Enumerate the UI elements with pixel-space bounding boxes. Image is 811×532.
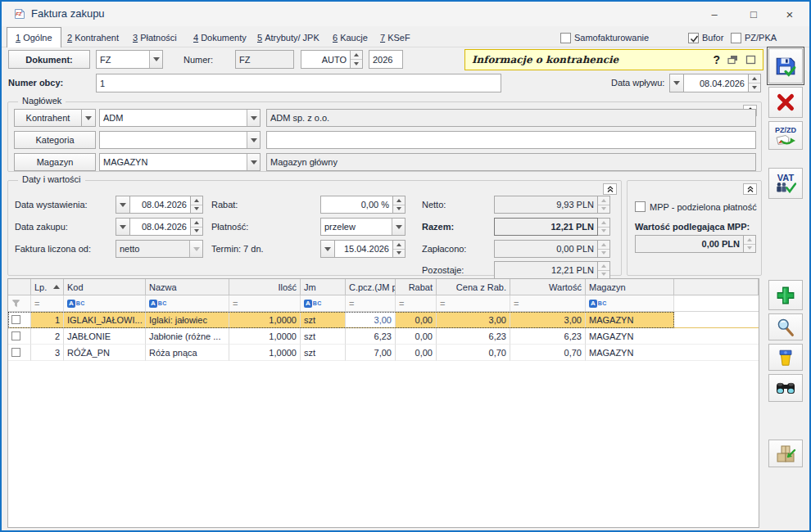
cell-ilosc[interactable]: 1,0000 bbox=[229, 328, 301, 345]
dokument-button[interactable]: Dokument: bbox=[8, 50, 90, 69]
cell-nazwa[interactable]: Jabłonie (różne ... bbox=[146, 328, 229, 345]
chevron-down-icon[interactable] bbox=[247, 154, 260, 170]
spinner-icon[interactable] bbox=[351, 50, 363, 69]
collapse-mpp-button[interactable] bbox=[743, 183, 757, 195]
filter-kod[interactable]: ABC bbox=[64, 295, 146, 312]
edit-item-button[interactable] bbox=[768, 313, 803, 340]
cell-cena[interactable]: 6,23 bbox=[437, 328, 510, 345]
save-button[interactable] bbox=[768, 48, 803, 83]
cell-magazyn[interactable]: MAGAZYN bbox=[586, 328, 674, 345]
cell-kod[interactable]: JABŁONIE bbox=[64, 328, 146, 345]
collapse-daty-button[interactable] bbox=[603, 183, 617, 195]
table-row[interactable]: 1 IGLAKI_JAŁOWI... Iglaki: jałowiec 1,00… bbox=[8, 312, 759, 328]
cell-cpcz[interactable]: 6,23 bbox=[346, 328, 396, 345]
cell-ilosc[interactable]: 1,0000 bbox=[229, 312, 301, 328]
chevron-down-icon[interactable] bbox=[247, 132, 260, 148]
numer-year-field[interactable]: 2026 bbox=[369, 50, 403, 69]
header-kod[interactable]: Kod bbox=[64, 279, 146, 295]
data-wplywu-picker[interactable]: 08.04.2026 bbox=[669, 74, 761, 92]
table-row[interactable]: 3 RÓŻA_PN Róża pnąca 1,0000 szt 7,00 0,0… bbox=[8, 345, 759, 361]
header-lp[interactable]: Lp. bbox=[31, 279, 64, 295]
spinner-icon[interactable] bbox=[749, 74, 761, 92]
spinner-icon[interactable] bbox=[191, 218, 203, 236]
filter-cena[interactable]: = bbox=[437, 295, 510, 312]
cell-rabat[interactable]: 0,00 bbox=[396, 345, 437, 361]
numer-obcy-input[interactable]: 1 bbox=[96, 74, 501, 92]
tab-atrybuty-jpk[interactable]: 5Atrybuty/ JPK bbox=[249, 28, 328, 47]
warehouse-documents-button[interactable] bbox=[768, 440, 803, 467]
tab-ogolne[interactable]: 1Ogólne bbox=[7, 27, 61, 47]
kategoria-description-input[interactable] bbox=[266, 131, 756, 149]
cell-wartosc[interactable]: 6,23 bbox=[510, 328, 586, 345]
cell-wartosc[interactable]: 0,70 bbox=[510, 345, 586, 361]
magazyn-button[interactable]: Magazyn bbox=[14, 153, 96, 171]
row-checkbox[interactable] bbox=[8, 312, 31, 328]
header-cpcz[interactable]: C.pcz.(JM p... bbox=[346, 279, 396, 295]
delete-item-button[interactable] bbox=[768, 344, 803, 371]
tab-platnosci[interactable]: 3Płatności bbox=[125, 28, 185, 47]
table-row[interactable]: 2 JABŁONIE Jabłonie (różne ... 1,0000 sz… bbox=[8, 328, 759, 345]
cell-magazyn[interactable]: MAGAZYN bbox=[586, 312, 674, 328]
kontrahent-button[interactable]: Kontrahent bbox=[14, 109, 82, 127]
termin-picker[interactable]: 15.04.2026 bbox=[320, 240, 406, 258]
cell-rabat[interactable]: 0,00 bbox=[396, 312, 437, 328]
platnosc-combo[interactable]: przelew bbox=[320, 218, 406, 236]
tab-ksef[interactable]: 7KSeF bbox=[372, 28, 419, 47]
filter-wartosc[interactable]: = bbox=[510, 295, 586, 312]
cell-nazwa[interactable]: Róża pnąca bbox=[146, 345, 229, 361]
checkbox-unchecked-icon[interactable] bbox=[731, 33, 741, 43]
header-rabat[interactable]: Rabat bbox=[396, 279, 437, 295]
cancel-button[interactable] bbox=[768, 87, 803, 118]
cell-jm[interactable]: szt bbox=[301, 312, 346, 328]
header-wartosc[interactable]: Wartość bbox=[510, 279, 586, 295]
cell-cena[interactable]: 0,70 bbox=[437, 345, 510, 361]
filter-nazwa[interactable]: ABC bbox=[146, 295, 229, 312]
header-ilosc[interactable]: Ilość bbox=[229, 279, 301, 295]
filter-lp[interactable]: = bbox=[31, 295, 64, 312]
filter-rabat[interactable]: = bbox=[396, 295, 437, 312]
cell-kod[interactable]: IGLAKI_JAŁOWI... bbox=[64, 312, 146, 328]
kontrahent-code-combo[interactable]: ADM bbox=[99, 109, 261, 127]
cell-cpcz-active[interactable]: 3,00 bbox=[346, 312, 396, 328]
spinner-icon[interactable] bbox=[393, 240, 406, 258]
cell-nazwa[interactable]: Iglaki: jałowiec bbox=[146, 312, 229, 328]
calendar-dropdown-icon[interactable] bbox=[116, 196, 130, 214]
chevron-down-icon[interactable] bbox=[149, 51, 162, 68]
filter-cpcz[interactable]: = bbox=[346, 295, 396, 312]
minimize-button[interactable]: – bbox=[696, 2, 732, 26]
checkbox-unchecked-icon[interactable] bbox=[635, 201, 646, 212]
filter-ilosc[interactable]: = bbox=[229, 295, 301, 312]
kontrahent-dropdown-icon[interactable] bbox=[82, 109, 96, 127]
close-button[interactable]: × bbox=[772, 2, 808, 26]
cell-lp[interactable]: 3 bbox=[31, 345, 64, 361]
pz-pka-checkbox[interactable]: PZ/PKA bbox=[731, 31, 777, 44]
checkbox-unchecked-icon[interactable] bbox=[560, 33, 571, 43]
header-nazwa[interactable]: Nazwa bbox=[146, 279, 229, 295]
calendar-dropdown-icon[interactable] bbox=[116, 218, 130, 236]
header-jm[interactable]: Jm bbox=[301, 279, 346, 295]
magazyn-combo[interactable]: MAGAZYN bbox=[99, 153, 261, 171]
filter-jm[interactable]: ABC bbox=[301, 295, 346, 312]
cell-lp[interactable]: 1 bbox=[31, 312, 64, 328]
cell-wartosc[interactable]: 3,00 bbox=[510, 312, 586, 328]
spinner-icon[interactable] bbox=[191, 196, 203, 214]
kategoria-button[interactable]: Kategoria bbox=[14, 131, 96, 149]
kategoria-combo[interactable] bbox=[99, 131, 261, 149]
maximize-button[interactable]: □ bbox=[736, 2, 772, 26]
pz-zd-button[interactable]: PZ/ZD bbox=[768, 121, 803, 150]
maximize-panel-icon[interactable] bbox=[745, 55, 756, 65]
header-selector[interactable] bbox=[8, 279, 31, 295]
calendar-dropdown-icon[interactable] bbox=[669, 74, 684, 92]
filter-funnel[interactable] bbox=[8, 295, 31, 312]
filter-magazyn[interactable]: ABC bbox=[586, 295, 674, 312]
mpp-checkbox[interactable]: MPP - podzielona płatność bbox=[635, 201, 757, 212]
spinner-icon[interactable] bbox=[393, 196, 406, 214]
cell-kod[interactable]: RÓŻA_PN bbox=[64, 345, 146, 361]
help-icon[interactable]: ? bbox=[713, 53, 720, 66]
find-button[interactable] bbox=[768, 374, 803, 402]
row-checkbox[interactable] bbox=[8, 328, 31, 345]
add-item-button[interactable] bbox=[768, 280, 803, 310]
cell-ilosc[interactable]: 1,0000 bbox=[229, 345, 301, 361]
chevron-down-icon[interactable] bbox=[247, 110, 260, 126]
data-zakupu-picker[interactable]: 08.04.2026 bbox=[116, 218, 203, 236]
